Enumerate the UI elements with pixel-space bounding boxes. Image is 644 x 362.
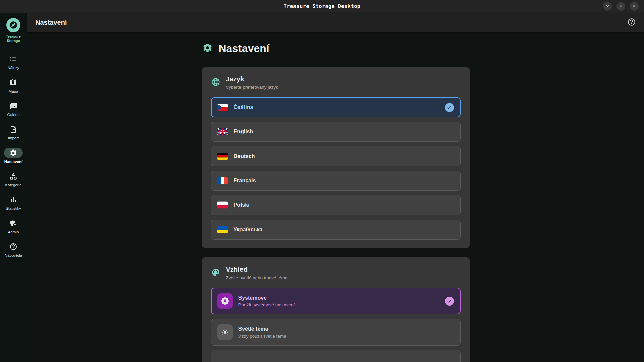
- gear-icon: [202, 43, 213, 54]
- appearance-card-header: Vzhled Zvolte světlé nebo tmavé téma: [211, 266, 461, 280]
- language-card-header: Jazyk Vyberte preferovaný jazyk: [211, 75, 461, 90]
- sidebar-nav: Nálezy Mapa Galerie Import Nastavení Kat: [0, 52, 27, 263]
- language-option-cestina[interactable]: Čeština: [211, 97, 461, 117]
- polish-flag: [217, 201, 228, 209]
- header-title: Nastavení: [35, 19, 67, 26]
- app-logo[interactable]: Treasure Storage: [3, 18, 24, 43]
- language-option-label: Français: [234, 178, 256, 184]
- map-icon: [4, 77, 23, 87]
- sidebar-item-admin[interactable]: Admin: [0, 217, 27, 236]
- chevron-down-icon: [605, 4, 610, 9]
- language-option-label: Čeština: [234, 104, 253, 110]
- content-area: Nastavení Jazyk Vyberte preferovaný jazy…: [27, 32, 644, 362]
- sidebar-item-nalezy[interactable]: Nálezy: [0, 52, 27, 71]
- close-icon: [632, 4, 637, 9]
- logo-title: Treasure Storage: [3, 34, 24, 43]
- german-flag: [217, 153, 228, 160]
- file-upload-icon: [4, 124, 23, 134]
- sidebar-item-label: Admin: [8, 230, 19, 234]
- language-card-title: Jazyk: [226, 75, 278, 83]
- czech-flag: [217, 104, 228, 111]
- language-card: Jazyk Vyberte preferovaný jazyk Čeština …: [202, 67, 470, 248]
- ukrainian-flag: [217, 226, 228, 233]
- sidebar-item-mapa[interactable]: Mapa: [0, 76, 27, 95]
- theme-option-subtitle: Použít systémové nastavení: [238, 302, 295, 307]
- sidebar-item-label: Nápověda: [5, 253, 22, 257]
- help-icon: [627, 18, 636, 27]
- brightness-auto-icon: [217, 293, 233, 309]
- language-option-francais[interactable]: Français: [211, 171, 461, 191]
- sidebar-item-label: Import: [8, 136, 19, 140]
- sun-icon: [217, 324, 233, 340]
- sidebar-item-label: Kategorie: [5, 183, 21, 187]
- page-title: Nastavení: [219, 42, 269, 55]
- gallery-icon: [4, 101, 23, 111]
- sidebar-item-label: Galerie: [7, 113, 19, 117]
- globe-icon: [211, 75, 220, 90]
- language-option-label: English: [234, 129, 253, 135]
- appearance-card-title: Vzhled: [226, 266, 288, 274]
- sidebar-item-label: Nastavení: [4, 160, 22, 164]
- sidebar-item-galerie[interactable]: Galerie: [0, 99, 27, 118]
- window-controls: [603, 2, 639, 11]
- window-titlebar: Treasure Storage Desktop: [0, 0, 644, 13]
- sidebar-item-import[interactable]: Import: [0, 123, 27, 142]
- appearance-card: Vzhled Zvolte světlé nebo tmavé téma Sys…: [202, 257, 470, 362]
- theme-option-subtitle: Vždy použít světlé téma: [238, 334, 286, 339]
- close-button[interactable]: [630, 2, 639, 11]
- help-icon: [4, 242, 23, 252]
- sidebar: Treasure Storage Nálezy Mapa Galerie Imp…: [0, 13, 27, 362]
- admin-shield-icon: [4, 218, 23, 228]
- language-option-ukrainska[interactable]: Українська: [211, 220, 461, 240]
- check-icon: [445, 103, 454, 112]
- maximize-button[interactable]: [616, 2, 625, 11]
- sidebar-item-label: Statistiky: [6, 206, 21, 210]
- theme-option-light[interactable]: Světlé téma Vždy použít světlé téma: [211, 319, 461, 346]
- bar-chart-icon: [4, 195, 23, 205]
- theme-option-title: Systémové: [238, 295, 295, 301]
- language-option-label: Українська: [234, 227, 263, 233]
- theme-option-partial[interactable]: [211, 350, 461, 362]
- page-header: Nastavení: [27, 13, 644, 32]
- theme-option-system[interactable]: Systémové Použít systémové nastavení: [211, 288, 461, 314]
- help-button[interactable]: [627, 18, 636, 27]
- minimize-button[interactable]: [603, 2, 612, 11]
- sidebar-item-napoveda[interactable]: Nápověda: [0, 240, 27, 259]
- language-option-deutsch[interactable]: Deutsch: [211, 146, 461, 166]
- window-title: Treasure Storage Desktop: [0, 3, 644, 9]
- sidebar-item-nastaveni[interactable]: Nastavení: [0, 146, 27, 165]
- sidebar-item-statistiky[interactable]: Statistiky: [0, 193, 27, 212]
- sidebar-item-kategorie[interactable]: Kategorie: [0, 170, 27, 189]
- diamond-icon: [619, 4, 623, 9]
- language-option-label: Polski: [234, 202, 250, 208]
- palette-icon: [211, 266, 220, 280]
- page-title-row: Nastavení: [202, 42, 470, 55]
- sidebar-divider: [5, 47, 21, 47]
- french-flag: [217, 177, 228, 184]
- sidebar-item-label: Mapa: [9, 89, 18, 93]
- uk-flag: [217, 128, 228, 135]
- language-card-subtitle: Vyberte preferovaný jazyk: [226, 85, 278, 90]
- category-icon: [4, 171, 23, 181]
- gear-icon: [4, 148, 23, 158]
- language-option-english[interactable]: English: [211, 122, 461, 142]
- theme-option-title: Světlé téma: [238, 326, 286, 332]
- language-option-label: Deutsch: [234, 153, 255, 159]
- appearance-card-subtitle: Zvolte světlé nebo tmavé téma: [226, 275, 288, 280]
- compass-icon: [6, 18, 20, 32]
- check-icon: [445, 297, 454, 306]
- language-option-polski[interactable]: Polski: [211, 195, 461, 215]
- sidebar-item-label: Nálezy: [7, 66, 19, 70]
- list-icon: [4, 54, 23, 64]
